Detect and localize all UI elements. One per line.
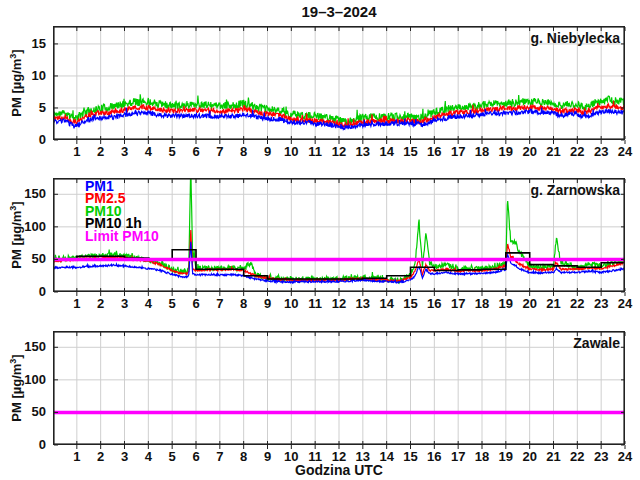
legend-item-limit-pm10: Limit PM10 xyxy=(85,230,159,242)
y-tick-label: 0 xyxy=(6,133,46,147)
y-tick-label: 150 xyxy=(6,340,46,354)
pm-timeseries-figure: 19–3–2024 Godzina UTC 123456789101112131… xyxy=(0,0,640,480)
x-tick-label: 24 xyxy=(608,297,640,311)
plot-area-2 xyxy=(53,331,627,451)
site-label: g. Niebylecka xyxy=(531,30,621,46)
y-tick-label: 0 xyxy=(6,438,46,452)
figure-title: 19–3–2024 xyxy=(53,3,625,20)
y-axis-label: PM [µg/m3] xyxy=(8,354,24,421)
x-axis-label: Godzina UTC xyxy=(53,462,625,478)
y-axis-label: PM [µg/m3] xyxy=(8,201,24,268)
y-axis-label: PM [µg/m3] xyxy=(8,49,24,116)
site-label: Zawale xyxy=(573,335,620,351)
grid-lines xyxy=(53,331,625,445)
x-tick-label: 24 xyxy=(608,145,640,159)
y-tick-label: 0 xyxy=(6,285,46,299)
y-tick-label: 150 xyxy=(6,187,46,201)
site-label: g. Zarnowska xyxy=(531,182,620,198)
x-tick-label: 24 xyxy=(608,450,640,464)
legend: PM1PM2.5PM10PM10 1hLimit PM10 xyxy=(85,180,159,242)
